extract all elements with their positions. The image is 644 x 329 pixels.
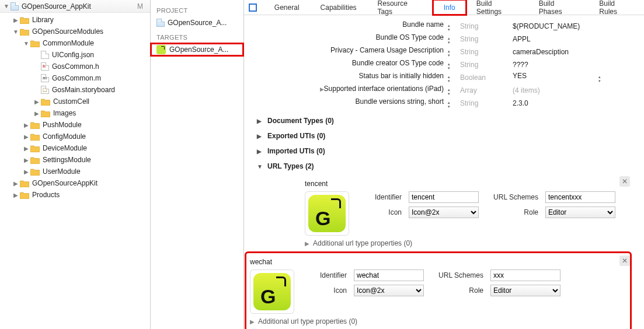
tree-item[interactable]: ▶PushModule [0, 119, 150, 131]
tab-capabilities[interactable]: Capabilities [310, 0, 367, 15]
disclosure-icon[interactable]: ▼ [13, 29, 19, 35]
section-imported-utis[interactable]: ▶ Imported UTIs (0) [246, 144, 630, 159]
disclosure-icon[interactable]: ▶ [23, 169, 29, 175]
tree-label: Images [53, 109, 76, 117]
stepper-icon[interactable]: ▴▾ [446, 62, 452, 71]
role-select[interactable]: Editor [545, 206, 615, 218]
folder-icon [20, 28, 29, 36]
url-type-entry: ✕tencentIdentifierURL SchemesIconIcon@2x… [246, 174, 630, 251]
info-plist-row[interactable]: ▶Supported interface orientations (iPad)… [305, 84, 630, 97]
stepper-icon[interactable]: ▴▾ [446, 101, 452, 109]
nav-root-row[interactable]: ▼ GOpenSource_AppKit M [0, 0, 150, 13]
folder-icon [41, 110, 50, 117]
remove-url-type-button[interactable]: ✕ [619, 256, 630, 266]
chevron-right-icon: ▶ [257, 118, 264, 124]
tree-item[interactable]: ▶SettingsModule [0, 154, 150, 166]
tree-item[interactable]: ▶Library [0, 14, 150, 26]
info-plist-row[interactable]: Bundle creator OS Type code▴▾String???? [305, 58, 630, 71]
url-schemes-label: URL Schemes [431, 271, 483, 279]
section-label: URL Types (2) [267, 162, 314, 170]
file-icon: h [41, 62, 49, 71]
tree-item[interactable]: ▶CustomCell [0, 96, 150, 107]
section-url-types[interactable]: ▼ URL Types (2) [246, 159, 630, 174]
disclosure-icon[interactable]: ▼ [4, 3, 9, 9]
url-schemes-input[interactable] [490, 270, 561, 281]
chevron-right-icon: ▶ [250, 318, 255, 325]
tab-build-settings[interactable]: Build Settings [466, 0, 528, 15]
tree-item[interactable]: ▶ConfigModule [0, 131, 150, 142]
target-selector-icon[interactable] [249, 4, 257, 12]
tab-general[interactable]: General [264, 0, 310, 15]
folder-icon [30, 168, 40, 176]
icon-select[interactable]: Icon@2x [409, 206, 479, 218]
disclosure-icon[interactable]: ▶ [23, 134, 29, 140]
section-document-types[interactable]: ▶ Document Types (0) [246, 113, 630, 128]
tab-build-phases[interactable]: Build Phases [528, 0, 589, 15]
tree-label: GosCommon.m [52, 74, 101, 82]
chevron-right-icon: ▶ [257, 133, 264, 139]
tree-label: Library [32, 16, 54, 24]
file-icon: m [41, 74, 49, 82]
section-label: Exported UTIs (0) [267, 132, 325, 140]
tree-item[interactable]: UIConfig.json [0, 49, 150, 61]
tree-item[interactable]: ▶GOpenSourceAppKit [0, 177, 150, 189]
disclosure-icon[interactable]: ▶ [13, 192, 19, 198]
url-schemes-input[interactable] [545, 191, 615, 203]
tree-item[interactable]: ⬚GosMain.storyboard [0, 84, 150, 96]
stepper-icon[interactable]: ▴▾ [446, 37, 452, 45]
url-type-icon-well[interactable] [305, 191, 349, 236]
disclosure-icon[interactable]: ▶ [34, 99, 40, 105]
section-exported-utis[interactable]: ▶ Exported UTIs (0) [246, 128, 630, 144]
identifier-input[interactable] [354, 270, 424, 281]
disclosure-icon[interactable]: ▶ [23, 157, 29, 163]
info-plist-row[interactable]: Bundle OS Type code▴▾StringAPPL [305, 33, 630, 46]
tab-resource-tags[interactable]: Resource Tags [367, 0, 433, 15]
info-plist-row[interactable]: Status bar is initially hidden▴▾BooleanY… [305, 71, 630, 84]
project-section-label: PROJECT [151, 2, 243, 16]
stepper-icon[interactable]: ▴▾ [446, 50, 452, 58]
project-icon [11, 2, 19, 10]
tree-item[interactable]: hGosCommon.h [0, 61, 150, 72]
tab-build-rules[interactable]: Build Rules [589, 0, 644, 15]
project-row[interactable]: GOpenSource_A... [151, 16, 243, 29]
disclosure-icon[interactable]: ▶ [23, 145, 29, 152]
role-select[interactable]: Editor [490, 285, 561, 296]
tree-item[interactable]: ▶DeviceModule [0, 142, 150, 154]
info-plist-row[interactable]: Bundle versions string, short▴▾String2.3… [305, 97, 630, 110]
tree-item[interactable]: ▼GOpenSourceModules [0, 26, 150, 37]
icon-label: Icon [306, 286, 347, 295]
chevron-right-icon: ▶ [305, 240, 309, 247]
disclosure-icon[interactable]: ▶ [13, 180, 19, 187]
targets-section-label: TARGETS [151, 29, 243, 43]
info-plist-row[interactable]: Privacy - Camera Usage Description▴▾Stri… [305, 46, 630, 58]
stepper-icon[interactable]: ▴▾ [446, 88, 452, 96]
tree-item[interactable]: mGosCommon.m [0, 72, 150, 84]
disclosure-icon[interactable]: ▶ [13, 17, 19, 23]
tab-info[interactable]: Info [433, 0, 466, 15]
additional-properties-row[interactable]: ▶Additional url type properties (0) [250, 314, 626, 326]
url-schemes-label: URL Schemes [486, 193, 538, 201]
stepper-icon[interactable]: ▴▾ [597, 75, 603, 83]
app-icon [156, 45, 166, 54]
stepper-icon[interactable]: ▴▾ [446, 75, 452, 83]
role-label: Role [486, 208, 538, 216]
identifier-input[interactable] [409, 191, 479, 203]
tree-item[interactable]: ▶UserModule [0, 166, 150, 177]
additional-properties-row[interactable]: ▶Additional url type properties (0) [305, 236, 630, 247]
info-plist-row[interactable]: Bundle name▴▾String$(PRODUCT_NAME) [305, 20, 630, 33]
tree-label: CustomCell [53, 97, 89, 106]
stepper-icon[interactable]: ▴▾ [446, 24, 452, 32]
remove-url-type-button[interactable]: ✕ [619, 176, 630, 187]
folder-icon [30, 40, 40, 47]
chevron-down-icon: ▼ [257, 163, 264, 170]
icon-select[interactable]: Icon@2x [354, 285, 424, 296]
url-type-icon-well[interactable] [250, 270, 294, 314]
disclosure-icon[interactable]: ▼ [23, 40, 29, 47]
tree-item[interactable]: ▼CommonModule [0, 37, 150, 49]
disclosure-icon[interactable]: ▶ [34, 110, 40, 117]
disclosure-icon[interactable]: ▶ [23, 122, 29, 128]
target-row[interactable]: GOpenSource_A... [151, 43, 243, 56]
folder-icon [20, 191, 29, 199]
tree-item[interactable]: ▶Images [0, 107, 150, 119]
tree-item[interactable]: ▶Products [0, 189, 150, 201]
